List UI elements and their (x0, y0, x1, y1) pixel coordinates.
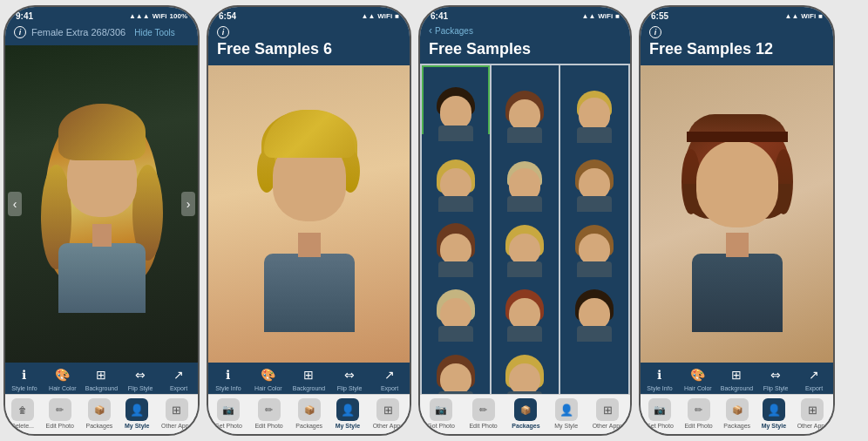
toolbar-export-2[interactable]: ↗ Export (374, 366, 405, 391)
back-label-3: Packages (435, 26, 473, 36)
mystyle-icon-3: 👤 (555, 398, 578, 421)
app-mystyle-1[interactable]: 👤 My Style (125, 398, 149, 429)
app-edit-3[interactable]: ✏ Edit Photo (469, 398, 497, 429)
header-label-1: Female Extra 268/306 (31, 27, 125, 37)
status-bar-4: 6:55 ▲▲ WiFi ■ (641, 7, 833, 23)
app-label-2c: Packages (295, 423, 322, 429)
header-bar-2: i Free Samples 6 (208, 23, 410, 65)
app-mystyle-3[interactable]: 👤 My Style (554, 398, 578, 429)
app-edit-2[interactable]: ✏ Edit Photo (254, 398, 282, 429)
status-icons-3: ▲▲ WiFi ■ (582, 12, 620, 20)
phone-3: 6:41 ▲▲ WiFi ■ ‹ Packages Free Samples (418, 5, 632, 436)
app-mystyle-4[interactable]: 👤 My Style (762, 398, 786, 429)
battery-icon-1: 100% (170, 12, 187, 20)
gotphoto-icon-3: 📷 (430, 398, 452, 421)
app-label-3d: My Style (554, 423, 578, 429)
toolbar-flip-2[interactable]: ⇔ Flip Style (334, 366, 365, 391)
toolbar-hair-color-1[interactable]: 🎨 Hair Color (47, 366, 78, 391)
app-label-3a: Got Photo (427, 423, 455, 429)
app-bar-4: 📷 Get Photo ✏ Edit Photo 📦 Packages 👤 My… (641, 394, 833, 434)
app-label-4a: Get Photo (646, 423, 674, 429)
toolbar-hair-color-2[interactable]: 🎨 Hair Color (253, 366, 284, 391)
header-title-2: Free Samples 6 (217, 40, 401, 58)
info-icon-2[interactable]: i (217, 26, 229, 38)
status-bar-2: 6:54 ▲▲ WiFi ■ (208, 7, 410, 23)
toolbar-export-4[interactable]: ↗ Export (798, 366, 830, 391)
otherapps-icon-2: ⊞ (376, 398, 399, 421)
app-label-4b: Edit Photo (684, 423, 712, 429)
app-delete-1[interactable]: 🗑 Delete... (11, 398, 34, 429)
otherapps-icon-4: ⊞ (801, 398, 824, 421)
background-icon-1: ⊞ (92, 366, 110, 383)
edit-icon-1: ✏ (49, 398, 71, 421)
app-label-4e: Other Apps (797, 423, 828, 429)
app-label-1e: Other Apps (161, 423, 192, 429)
hair-grid-3: 1 2 (420, 64, 630, 394)
app-packages-3[interactable]: 📦 Packages (512, 398, 539, 429)
status-time-1: 9:41 (16, 11, 33, 21)
app-bar-3: 📷 Got Photo ✏ Edit Photo 📦 Packages 👤 My… (420, 394, 630, 434)
app-otherapps-3[interactable]: ⊞ Other Apps (593, 398, 623, 429)
toolbar-hair-color-4[interactable]: 🎨 Hair Color (682, 366, 714, 391)
wifi-icon-2: WiFi (377, 12, 392, 20)
app-label-2b: Edit Photo (254, 423, 282, 429)
app-gotphoto-3[interactable]: 📷 Got Photo (427, 398, 455, 429)
app-getphoto-2[interactable]: 📷 Get Photo (214, 398, 242, 429)
toolbar-flip-4[interactable]: ⇔ Flip Style (760, 366, 791, 391)
app-label-4c: Packages (723, 423, 750, 429)
hide-tools-btn[interactable]: Hide Tools (134, 28, 175, 37)
status-time-2: 6:54 (219, 11, 236, 21)
toolbar-style-info-1[interactable]: ℹ Style Info (9, 366, 40, 391)
toolbar-style-info-2[interactable]: ℹ Style Info (213, 366, 244, 391)
app-getphoto-4[interactable]: 📷 Get Photo (646, 398, 674, 429)
app-packages-1[interactable]: 📦 Packages (86, 398, 113, 429)
header-bar-1: i Female Extra 268/306 Hide Tools (5, 23, 198, 45)
signal-icon-1: ▲▲▲ (129, 12, 150, 20)
app-otherapps-4[interactable]: ⊞ Other Apps (797, 398, 828, 429)
toolbar-background-2[interactable]: ⊞ Background (293, 366, 325, 391)
packages-icon-2: 📦 (298, 398, 321, 421)
toolbar-label-1e: Export (170, 385, 187, 391)
status-time-4: 6:55 (651, 11, 668, 21)
edit-icon-4: ✏ (688, 398, 710, 421)
getphoto-icon-4: 📷 (648, 398, 671, 421)
status-time-3: 6:41 (431, 11, 448, 21)
info-icon-1[interactable]: i (14, 26, 26, 38)
app-edit-1[interactable]: ✏ Edit Photo (46, 398, 74, 429)
app-mystyle-2[interactable]: 👤 My Style (336, 398, 360, 429)
toolbar-export-1[interactable]: ↗ Export (163, 366, 194, 391)
chevron-right-btn[interactable]: › (181, 192, 195, 216)
header-bar-4: i Free Samples 12 (641, 23, 833, 65)
back-nav-3[interactable]: ‹ Packages (420, 23, 630, 38)
app-label-3c: Packages (512, 423, 539, 429)
style-info-icon-1: ℹ (16, 366, 33, 383)
app-label-1a: Delete... (11, 423, 34, 429)
toolbar-background-1[interactable]: ⊞ Background (85, 366, 118, 391)
phone-4: 6:55 ▲▲ WiFi ■ i Free Samples 12 (639, 5, 835, 436)
battery-icon-2: ■ (395, 12, 399, 20)
app-bar-1: 🗑 Delete... ✏ Edit Photo 📦 Packages 👤 My… (5, 394, 198, 434)
app-packages-2[interactable]: 📦 Packages (295, 398, 322, 429)
toolbar-flip-1[interactable]: ⇔ Flip Style (125, 366, 156, 391)
app-bar-2: 📷 Get Photo ✏ Edit Photo 📦 Packages 👤 My… (208, 394, 410, 434)
toolbar-background-4[interactable]: ⊞ Background (721, 366, 753, 391)
mystyle-icon-4: 👤 (763, 398, 785, 421)
status-bar-3: 6:41 ▲▲ WiFi ■ (420, 7, 630, 23)
info-icon-4[interactable]: i (649, 26, 661, 38)
main-content-4 (641, 65, 833, 363)
app-label-1d: My Style (125, 423, 149, 429)
toolbar-label-1d: Flip Style (128, 385, 153, 391)
hair-color-icon-1: 🎨 (54, 366, 71, 383)
main-content-2 (208, 65, 410, 363)
app-otherapps-1[interactable]: ⊞ Other Apps (161, 398, 192, 429)
app-label-2a: Get Photo (214, 423, 242, 429)
header-bar-3: Free Samples (420, 38, 630, 64)
app-otherapps-2[interactable]: ⊞ Other Apps (373, 398, 403, 429)
toolbar-style-info-4[interactable]: ℹ Style Info (644, 366, 675, 391)
chevron-left-btn[interactable]: ‹ (8, 192, 22, 216)
packages-icon-3: 📦 (514, 398, 537, 421)
app-edit-4[interactable]: ✏ Edit Photo (684, 398, 712, 429)
toolbar-label-1a: Style Info (11, 385, 37, 391)
main-content-1: ‹ › (5, 45, 198, 363)
app-packages-4[interactable]: 📦 Packages (723, 398, 750, 429)
